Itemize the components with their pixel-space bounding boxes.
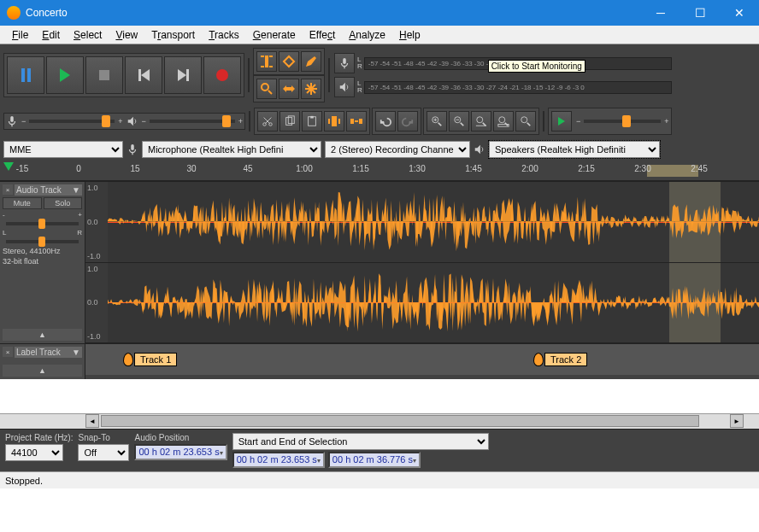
timeshift-tool-button[interactable] <box>279 79 299 99</box>
menu-help[interactable]: Help <box>392 27 427 43</box>
input-device-select[interactable]: Microphone (Realtek High Defini <box>142 141 321 158</box>
cut-button[interactable] <box>257 111 278 132</box>
svg-rect-19 <box>359 119 362 124</box>
svg-line-29 <box>483 123 486 126</box>
play-button[interactable] <box>46 56 84 94</box>
menu-select[interactable]: Select <box>67 27 109 43</box>
svg-rect-7 <box>343 58 346 64</box>
play-head-icon[interactable] <box>3 162 14 171</box>
label-text-1[interactable]: Track 1 <box>134 353 177 366</box>
menu-view[interactable]: View <box>109 27 144 43</box>
audio-position-value[interactable]: 00 h 02 m 23.653 s▾ <box>134 444 227 460</box>
audio-host-select[interactable]: MME <box>3 141 123 158</box>
scroll-right-button[interactable]: ► <box>730 414 744 428</box>
play-speed-slider[interactable] <box>584 120 661 123</box>
pause-button[interactable] <box>7 56 44 94</box>
skip-start-button[interactable] <box>125 56 162 94</box>
track-area: × Audio Track ▼ Mute Solo -+ LR Stereo, … <box>0 181 759 379</box>
multi-tool-button[interactable] <box>301 79 321 99</box>
track-gain-slider[interactable] <box>6 222 79 225</box>
label-marker-2[interactable]: Track 2 <box>533 353 587 366</box>
svg-rect-16 <box>328 119 330 124</box>
copy-button[interactable] <box>279 111 300 132</box>
timeline-tick: 2:00 <box>521 164 538 173</box>
svg-rect-15 <box>332 116 337 126</box>
audio-track-waveforms[interactable]: 1.00.0-1.0 1.00.0-1.0 <box>85 182 759 343</box>
playback-meter-speaker-icon[interactable] <box>334 77 355 97</box>
window-maximize-button[interactable]: ☐ <box>680 0 720 26</box>
silence-button[interactable] <box>346 111 367 132</box>
svg-rect-8 <box>10 116 14 122</box>
playback-level-meter[interactable]: -57 -54 -51 -48 -45 -42 -39 -36 -33 -30 … <box>364 81 672 94</box>
track-close-button[interactable]: × <box>3 184 13 195</box>
selection-mode-select[interactable]: Start and End of Selection <box>232 433 489 450</box>
zoom-out-button[interactable] <box>449 111 469 132</box>
zoom-toggle-button[interactable] <box>515 111 536 132</box>
label-text-2[interactable]: Track 2 <box>544 353 587 366</box>
selection-tool-button[interactable] <box>256 51 277 72</box>
snap-to-select[interactable]: Off <box>78 444 129 461</box>
selection-start-value[interactable]: 00 h 02 m 23.653 s▾ <box>232 452 325 468</box>
track-collapse-button[interactable]: ▲ <box>3 329 82 341</box>
menu-file[interactable]: FFileile <box>5 27 35 43</box>
selection-end-value[interactable]: 00 h 02 m 36.776 s▾ <box>328 452 421 468</box>
waveform-right-channel[interactable]: 1.00.0-1.0 <box>85 263 759 344</box>
record-meter-mic-icon[interactable] <box>334 53 355 73</box>
window-minimize-button[interactable]: ─ <box>641 0 680 26</box>
svg-line-35 <box>527 123 531 126</box>
menu-generate[interactable]: Generate <box>246 27 303 43</box>
waveform-left-channel[interactable]: 1.00.0-1.0 <box>85 182 759 263</box>
menu-analyze[interactable]: Analyze <box>342 27 392 43</box>
trim-button[interactable] <box>324 111 344 132</box>
audio-position-label: Audio Position <box>134 433 227 442</box>
scroll-left-button[interactable]: ◄ <box>85 414 99 428</box>
rec-vol-mic-icon <box>6 115 18 127</box>
output-device-select[interactable]: Speakers (Realtek High Definiti <box>489 141 660 158</box>
project-rate-select[interactable]: 44100 <box>5 444 63 461</box>
draw-tool-button[interactable] <box>301 51 321 72</box>
fit-project-button[interactable] <box>493 111 514 132</box>
label-track-collapse-button[interactable]: ▲ <box>3 365 82 377</box>
label-marker-1[interactable]: Track 1 <box>123 353 177 366</box>
stop-button[interactable] <box>85 56 123 94</box>
label-track-body[interactable]: Track 1 Track 2 <box>85 344 759 375</box>
timeline-ruler[interactable]: -1501530451:001:151:301:452:002:152:302:… <box>0 161 759 181</box>
menu-tracks[interactable]: Tracks <box>202 27 246 43</box>
track-mute-button[interactable]: Mute <box>3 197 42 209</box>
menu-transport[interactable]: Transport <box>144 27 202 43</box>
zoom-in-button[interactable] <box>427 111 447 132</box>
track-pan-slider[interactable] <box>6 240 79 243</box>
fit-selection-button[interactable] <box>471 111 491 132</box>
menu-effect[interactable]: Effect <box>303 27 342 43</box>
label-handle-icon[interactable] <box>533 353 544 366</box>
horizontal-scrollbar[interactable]: ◄ ► <box>0 413 759 429</box>
zoom-tool-button[interactable] <box>256 79 277 99</box>
label-handle-icon[interactable] <box>123 353 133 366</box>
recording-channels-select[interactable]: 2 (Stereo) Recording Channels <box>325 141 470 158</box>
skip-end-button[interactable] <box>164 56 202 94</box>
redo-button[interactable] <box>397 111 418 132</box>
track-title-dropdown[interactable]: Audio Track ▼ <box>15 184 82 196</box>
paste-button[interactable] <box>302 111 322 132</box>
label-track-title-dropdown[interactable]: Label Track ▼ <box>15 347 82 358</box>
play-at-speed-button[interactable] <box>551 111 572 132</box>
label-track-close-button[interactable]: × <box>3 347 13 357</box>
window-close-button[interactable]: ✕ <box>720 0 759 26</box>
svg-point-28 <box>477 117 483 123</box>
timeline-tick: 45 <box>243 164 252 173</box>
envelope-tool-button[interactable] <box>279 51 299 72</box>
record-level-meter[interactable]: -57 -54 -51 -48 -45 -42 -39 -36 -33 -30 … <box>364 57 672 70</box>
scroll-thumb[interactable] <box>101 415 699 427</box>
audio-track: × Audio Track ▼ Mute Solo -+ LR Stereo, … <box>0 181 759 343</box>
menu-edit[interactable]: Edit <box>35 27 67 43</box>
input-device-mic-icon <box>126 143 138 155</box>
timeline-tick: 15 <box>130 164 139 173</box>
mixer-edit-toolbar: −+ −+ −+ <box>0 106 759 138</box>
playback-volume-slider[interactable] <box>150 120 235 123</box>
svg-rect-2 <box>269 56 273 57</box>
track-solo-button[interactable]: Solo <box>44 197 83 209</box>
record-button[interactable] <box>203 56 241 94</box>
undo-button[interactable] <box>375 111 396 132</box>
recording-volume-slider[interactable] <box>29 120 115 123</box>
svg-line-24 <box>438 123 442 126</box>
